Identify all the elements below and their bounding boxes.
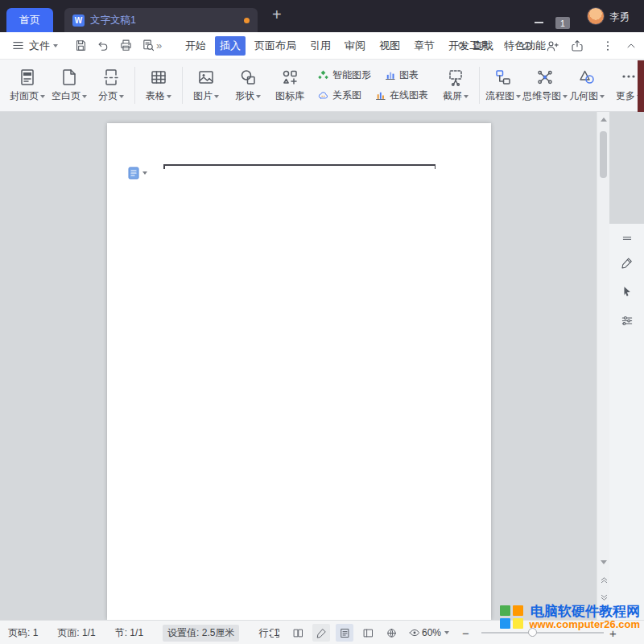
page-break-icon (101, 68, 121, 87)
two-page-view-button[interactable] (289, 624, 307, 642)
share-icon (570, 39, 584, 53)
select-tool[interactable] (620, 285, 634, 299)
add-person-icon (545, 39, 559, 53)
quick-edit-tool[interactable] (620, 256, 634, 270)
scroll-down-button[interactable] (597, 555, 610, 569)
page-count-status[interactable]: 页面: 1/1 (57, 626, 95, 640)
print-button[interactable] (119, 39, 133, 52)
statusbar-info: 页码: 1 页面: 1/1 节: 1/1 设置值: 2.5厘米 行: 1 (8, 621, 279, 644)
table-icon (149, 68, 168, 87)
tab-references[interactable]: 引用 (305, 36, 336, 56)
print-preview-icon (142, 39, 155, 52)
main-menu-button[interactable] (11, 32, 25, 59)
smartart-icon (317, 69, 329, 81)
flowchart-button[interactable]: 流程图 (482, 68, 524, 103)
tab-review[interactable]: 审阅 (340, 36, 370, 56)
online-chart-button[interactable]: 在线图表 (374, 89, 428, 102)
invite-user-button[interactable] (545, 39, 559, 53)
zoom-out-button[interactable]: − (462, 621, 469, 644)
scrollbar-thumb[interactable] (600, 131, 607, 178)
rail-grip-handle[interactable] (621, 232, 634, 245)
pen-icon (316, 627, 328, 639)
collapse-ribbon-button[interactable] (625, 39, 638, 52)
toolbar-overflow-button[interactable]: » (156, 32, 160, 59)
double-chevron-up-icon (600, 576, 609, 584)
save-button[interactable] (74, 39, 88, 52)
tab-insert[interactable]: 插入 (215, 36, 246, 56)
shapes-icon (238, 68, 258, 87)
cloud-sync-button[interactable] (520, 39, 535, 53)
section-status[interactable]: 节: 1/1 (115, 626, 143, 640)
new-tab-button[interactable]: + (272, 6, 282, 24)
mindmap-button[interactable]: 思维导图 (524, 68, 566, 103)
page-view-button[interactable] (336, 624, 353, 642)
more-menu-button[interactable] (601, 39, 614, 52)
inserted-horizontal-line[interactable] (164, 164, 435, 166)
outline-view-icon (362, 627, 374, 639)
tab-start[interactable]: 开始 (180, 36, 211, 56)
relationship-diagram-button[interactable]: 关系图 (317, 89, 361, 102)
tab-view[interactable]: 视图 (374, 36, 405, 56)
undo-button[interactable] (97, 39, 110, 52)
next-page-button[interactable] (597, 590, 610, 605)
setting-value-status[interactable]: 设置值: 2.5厘米 (163, 625, 239, 642)
fit-screen-icon (269, 627, 281, 639)
online-chart-icon (374, 89, 386, 101)
zoom-level-control[interactable]: 60% (422, 621, 449, 644)
two-pages-icon (292, 627, 304, 639)
more-dots-icon (619, 68, 638, 87)
outline-view-button[interactable] (359, 624, 377, 642)
table-button[interactable]: 表格 (138, 68, 180, 103)
geometry-icon (577, 68, 597, 87)
flowchart-label: 流程图 (485, 89, 514, 103)
page-number-status[interactable]: 页码: 1 (8, 626, 38, 640)
blank-page-button[interactable]: 空白页 (48, 68, 90, 103)
cover-page-button[interactable]: 封面页 (6, 68, 48, 103)
eye-icon (408, 626, 421, 639)
geometry-button[interactable]: 几何图 (566, 68, 608, 103)
document-workspace (0, 112, 644, 620)
shapes-button[interactable]: 形状 (227, 68, 269, 103)
page-break-button[interactable]: 分页 (90, 68, 132, 103)
minimize-icon[interactable] (535, 22, 543, 23)
tab-page-layout[interactable]: 页面布局 (250, 36, 301, 56)
share-button[interactable] (570, 39, 584, 53)
caret-down-icon (167, 95, 171, 98)
tab-section[interactable]: 章节 (409, 36, 440, 56)
picture-button[interactable]: 图片 (185, 68, 227, 103)
print-preview-button[interactable] (142, 39, 155, 52)
mindmap-icon (535, 68, 555, 87)
web-layout-button[interactable] (382, 624, 400, 642)
relationship-diagram-label: 关系图 (332, 89, 361, 102)
unsaved-dot-icon (244, 18, 250, 23)
avatar[interactable] (587, 7, 605, 25)
online-chart-label: 在线图表 (390, 89, 428, 102)
document-tab[interactable]: W 文字文稿1 (64, 8, 258, 32)
screenshot-button[interactable]: 截屏 (435, 68, 477, 103)
sliders-icon (620, 314, 634, 328)
smartart-button[interactable]: 智能图形 (317, 68, 371, 82)
edge-accent-strip (638, 60, 644, 112)
previous-page-button[interactable] (597, 572, 610, 587)
inline-object-handle[interactable] (128, 167, 147, 180)
menubar-right-tools (520, 32, 638, 59)
caret-down-icon (444, 631, 449, 634)
geometry-label: 几何图 (569, 89, 598, 103)
chart-button[interactable]: 图表 (384, 68, 419, 82)
zoom-slider-track[interactable] (481, 632, 604, 634)
vertical-scrollbar[interactable] (597, 112, 609, 620)
search-button[interactable]: 查找 (456, 32, 493, 59)
icon-library-button[interactable]: 图标库 (269, 68, 311, 103)
file-menu[interactable]: 文件 (29, 32, 58, 59)
fit-page-button[interactable] (266, 624, 283, 642)
home-tab[interactable]: 首页 (6, 8, 53, 32)
undo-icon (97, 39, 110, 52)
settings-tool[interactable] (620, 314, 634, 328)
cover-page-icon (18, 68, 37, 87)
user-name[interactable]: 李勇 (609, 10, 630, 24)
scroll-up-arrow-icon[interactable] (601, 118, 607, 122)
eye-protect-button[interactable] (406, 624, 423, 642)
notification-badge[interactable]: 1 (555, 17, 570, 29)
ink-annotation-button[interactable] (312, 624, 330, 642)
document-page[interactable] (107, 123, 491, 620)
